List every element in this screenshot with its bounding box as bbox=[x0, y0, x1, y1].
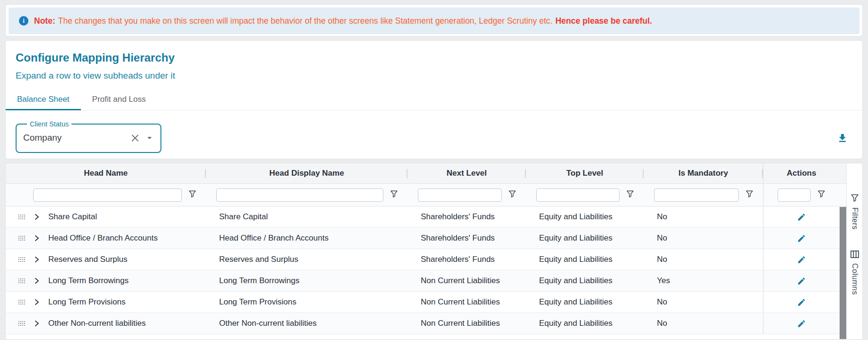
client-status-value: Company bbox=[23, 133, 131, 143]
head-display-name-value: Share Capital bbox=[219, 212, 268, 222]
table-row: Share Capital Share Capital Shareholders… bbox=[6, 206, 846, 228]
table-body: Share Capital Share Capital Shareholders… bbox=[6, 206, 846, 334]
is-mandatory-value: Yes bbox=[657, 276, 670, 286]
filters-panel-label: Filters bbox=[850, 207, 859, 230]
head-display-name-value: Other Non-current liabilities bbox=[219, 319, 317, 328]
controls-row: Client Status Company bbox=[6, 120, 862, 153]
head-display-name-value: Long Term Borrowings bbox=[219, 276, 300, 286]
pencil-icon[interactable] bbox=[797, 277, 806, 286]
table-row: Reserves and Surplus Reserves and Surplu… bbox=[6, 249, 846, 270]
top-level-value: Equity and Liabilities bbox=[539, 233, 612, 243]
side-panel: Filters Columns bbox=[846, 163, 862, 339]
caret-down-icon[interactable] bbox=[144, 133, 155, 143]
head-name-value: Other Non-current liabilities bbox=[48, 319, 146, 328]
head-name-value: Long Term Borrowings bbox=[48, 276, 129, 286]
mapping-table: Head Name Head Display Name Next Level T… bbox=[6, 163, 846, 334]
tab-profit-and-loss[interactable]: Profit and Loss bbox=[81, 90, 157, 110]
pencil-icon[interactable] bbox=[797, 298, 806, 307]
head-name-value: Reserves and Surplus bbox=[48, 255, 127, 264]
download-button[interactable] bbox=[837, 133, 848, 144]
drag-dots-icon[interactable] bbox=[18, 321, 26, 326]
funnel-icon bbox=[850, 194, 859, 204]
chevron-right-icon[interactable] bbox=[34, 320, 40, 327]
is-mandatory-value: No bbox=[657, 233, 667, 243]
filter-input-head-name[interactable] bbox=[33, 188, 182, 202]
column-header-head-display-name[interactable]: Head Display Name bbox=[206, 163, 407, 183]
pencil-icon[interactable] bbox=[797, 255, 806, 264]
funnel-icon[interactable] bbox=[390, 190, 398, 200]
drag-dots-icon[interactable] bbox=[18, 278, 26, 284]
vertical-scrollbar[interactable] bbox=[840, 207, 846, 339]
column-header-head-name[interactable]: Head Name bbox=[6, 163, 206, 183]
is-mandatory-value: No bbox=[657, 297, 667, 307]
page: i Note: The changes that you make on thi… bbox=[0, 4, 868, 340]
column-header-actions: Actions bbox=[763, 163, 840, 183]
head-display-name-value: Reserves and Surplus bbox=[219, 255, 298, 264]
table-row: Other Non-current liabilities Other Non-… bbox=[6, 313, 846, 334]
scrollbar-thumb[interactable] bbox=[840, 207, 846, 339]
filter-input-top-level[interactable] bbox=[536, 188, 620, 202]
drag-dots-icon[interactable] bbox=[18, 257, 26, 262]
head-name-value: Share Capital bbox=[48, 212, 97, 222]
top-level-value: Equity and Liabilities bbox=[539, 297, 612, 307]
top-level-value: Equity and Liabilities bbox=[539, 212, 612, 222]
client-status-select[interactable]: Client Status Company bbox=[16, 120, 161, 153]
note-body-text: The changes that you make on this screen… bbox=[58, 16, 553, 26]
is-mandatory-value: No bbox=[657, 319, 667, 328]
columns-panel-label: Columns bbox=[850, 263, 859, 295]
next-level-value: Non Current Liabilities bbox=[421, 297, 500, 307]
table-filter-row bbox=[6, 184, 846, 206]
table-row: Long Term Borrowings Long Term Borrowing… bbox=[6, 270, 846, 292]
head-display-name-value: Head Office / Branch Accounts bbox=[219, 233, 328, 243]
column-header-top-level[interactable]: Top Level bbox=[526, 163, 644, 183]
note-emphasis-text: Hence please be careful. bbox=[555, 16, 652, 26]
next-level-value: Shareholders' Funds bbox=[421, 233, 495, 243]
chevron-right-icon[interactable] bbox=[34, 277, 40, 284]
column-header-is-mandatory[interactable]: Is Mandatory bbox=[644, 163, 763, 183]
columns-panel-button[interactable]: Columns bbox=[850, 251, 859, 295]
next-level-value: Non Current Liabilities bbox=[421, 319, 500, 328]
note-label: Note: bbox=[34, 16, 55, 26]
drag-dots-icon[interactable] bbox=[18, 214, 26, 220]
tab-balance-sheet[interactable]: Balance Sheet bbox=[6, 90, 81, 110]
tab-bar: Balance Sheet Profit and Loss bbox=[6, 90, 862, 110]
funnel-icon[interactable] bbox=[817, 190, 825, 200]
table-row: Head Office / Branch Accounts Head Offic… bbox=[6, 228, 846, 249]
chevron-right-icon[interactable] bbox=[34, 256, 40, 263]
top-level-value: Equity and Liabilities bbox=[539, 319, 612, 328]
table-row: Long Term Provisions Long Term Provision… bbox=[6, 292, 846, 313]
funnel-icon[interactable] bbox=[626, 190, 634, 200]
filter-input-next-level[interactable] bbox=[418, 188, 502, 202]
page-subtitle: Expand a row to view subheads under it bbox=[16, 71, 862, 81]
main-card: Configure Mapping Hierarchy Expand a row… bbox=[5, 40, 863, 159]
head-name-value: Head Office / Branch Accounts bbox=[48, 233, 158, 243]
note-banner: i Note: The changes that you make on thi… bbox=[9, 8, 859, 34]
funnel-icon[interactable] bbox=[508, 190, 516, 200]
pencil-icon[interactable] bbox=[797, 319, 806, 328]
pencil-icon[interactable] bbox=[797, 234, 806, 243]
column-header-next-level[interactable]: Next Level bbox=[407, 163, 526, 183]
client-status-label: Client Status bbox=[27, 120, 71, 128]
chevron-right-icon[interactable] bbox=[34, 299, 40, 305]
drag-dots-icon[interactable] bbox=[18, 299, 26, 305]
filter-input-is-mandatory[interactable] bbox=[654, 188, 739, 202]
chevron-right-icon[interactable] bbox=[34, 214, 40, 220]
head-name-value: Long Term Provisions bbox=[48, 297, 125, 307]
filter-input-head-display-name[interactable] bbox=[216, 188, 383, 202]
next-level-value: Shareholders' Funds bbox=[421, 212, 495, 222]
funnel-icon[interactable] bbox=[188, 190, 196, 200]
drag-dots-icon[interactable] bbox=[18, 235, 26, 241]
filter-input-actions[interactable] bbox=[778, 188, 811, 202]
clear-x-icon[interactable] bbox=[131, 134, 140, 143]
filters-panel-button[interactable]: Filters bbox=[850, 194, 859, 230]
info-icon: i bbox=[19, 16, 28, 26]
pencil-icon[interactable] bbox=[797, 213, 806, 222]
is-mandatory-value: No bbox=[657, 255, 667, 264]
top-level-value: Equity and Liabilities bbox=[539, 255, 612, 264]
next-level-value: Shareholders' Funds bbox=[421, 255, 495, 264]
note-card: i Note: The changes that you make on thi… bbox=[5, 4, 863, 36]
next-level-value: Non Current Liabilities bbox=[421, 276, 500, 286]
page-title: Configure Mapping Hierarchy bbox=[16, 51, 862, 64]
chevron-right-icon[interactable] bbox=[34, 235, 40, 242]
funnel-icon[interactable] bbox=[745, 190, 753, 200]
